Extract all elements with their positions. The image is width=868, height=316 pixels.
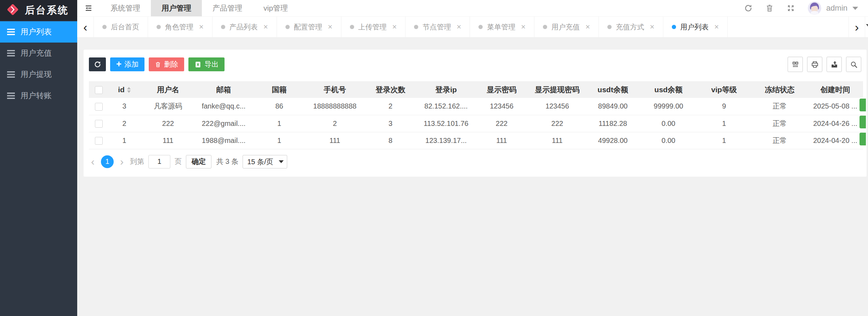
tab-dot [102,25,107,29]
goto-label: 到第 [130,157,144,166]
cell-vip-level: 9 [696,98,752,115]
tab-product-list[interactable]: 产品列表 × [212,17,277,37]
close-icon[interactable]: × [328,22,333,32]
select-all-checkbox[interactable] [95,86,103,94]
pagination: ‹ 1 › 到第 页 确定 共 3 条 15 条/页 [89,155,867,168]
app-title: 后台系统 [25,4,69,17]
tab-user-recharge[interactable]: 用户充值 × [534,17,598,37]
close-icon[interactable]: × [650,22,654,32]
tab-dot [350,25,354,29]
tab-dot [607,25,612,29]
column-header-created-at: 创建时间 [807,81,863,98]
chevron-down-icon [852,7,858,13]
topnav-system[interactable]: 系统管理 [100,0,151,16]
add-button[interactable]: + 添加 [110,57,144,71]
sidebar-item-user-recharge[interactable]: 用户充值 [0,43,77,64]
cell-freeze-status: 正常 [752,132,807,149]
sidebar-item-label: 用户充值 [21,48,52,59]
tabs-more-button[interactable] [865,17,868,37]
topnav-product[interactable]: 产品管理 [202,0,253,16]
sidebar-item-user-list[interactable]: 用户列表 [0,21,77,43]
row-checkbox[interactable] [95,137,103,145]
tab-dot [414,25,418,29]
close-icon[interactable]: × [263,22,268,32]
list-icon [7,93,15,99]
cell-password: 222 [474,115,529,132]
total-count-label: 共 3 条 [216,157,238,166]
column-header-email: 邮箱 [196,81,251,98]
tabs-scroll-left-button[interactable]: ‹ [77,17,93,37]
export-button[interactable]: 导出 [188,57,225,71]
plus-icon: + [116,59,121,68]
cell-usdt-balance: 49928.00 [585,132,641,149]
sort-icon [127,87,131,93]
topnav-vip[interactable]: vip管理 [253,0,299,16]
cell-withdraw-password: 111 [529,132,585,149]
close-icon[interactable]: × [714,22,719,32]
per-page-select-wrap: 15 条/页 [243,155,287,168]
tab-dot [478,25,483,29]
tab-user-list[interactable]: 用户列表 × [663,17,727,37]
user-menu[interactable]: admin [808,1,858,15]
export-file-button[interactable] [827,57,842,72]
tab-config-manage[interactable]: 配置管理 × [277,17,341,37]
avatar [808,1,821,15]
column-header-id[interactable]: id [108,81,140,98]
prev-page-button[interactable]: ‹ [89,156,97,167]
sidebar-item-label: 用户转账 [21,90,52,101]
tab-menu-manage[interactable]: 菜单管理 × [470,17,534,37]
row-edit-button[interactable] [860,116,866,128]
cell-login-count: 2 [363,98,418,115]
confirm-page-button[interactable]: 确定 [186,155,211,168]
top-bar: 系统管理 用户管理 产品管理 vip管理 [77,0,868,17]
trash-icon[interactable] [765,4,774,12]
cell-password: 123456 [474,98,529,115]
close-icon[interactable]: × [456,22,461,32]
tab-upload-manage[interactable]: 上传管理 × [341,17,405,37]
close-icon[interactable]: × [521,22,526,32]
per-page-select[interactable]: 15 条/页 [243,155,287,168]
column-header-freeze-status: 冻结状态 [752,81,807,98]
cell-email: fanke@qq.c... [196,98,251,115]
fullscreen-icon[interactable] [787,4,795,12]
app-logo: 后台系统 [0,0,77,21]
chevron-down-icon [866,24,868,30]
search-button[interactable] [846,57,861,72]
columns-filter-button[interactable] [788,57,803,72]
delete-button[interactable]: 删除 [149,57,184,71]
row-edit-button[interactable] [860,99,866,111]
sidebar-item-label: 用户列表 [21,27,52,37]
close-icon[interactable]: × [585,22,590,32]
cell-freeze-status: 正常 [752,98,807,115]
sidebar-item-user-transfer[interactable]: 用户转账 [0,85,77,106]
collapse-sidebar-button[interactable] [77,0,100,16]
table-tools [788,57,861,72]
topbar-actions: admin [744,0,868,16]
print-button[interactable] [807,57,822,72]
refresh-icon[interactable] [744,4,753,12]
current-page-button[interactable]: 1 [101,155,114,168]
next-page-button[interactable]: › [118,156,126,167]
cell-usd-balance: 99999.00 [641,98,696,115]
close-icon[interactable]: × [392,22,397,32]
close-icon[interactable]: × [199,22,204,32]
cell-id: 2 [108,115,140,132]
sidebar-item-user-withdraw[interactable]: 用户提现 [0,64,77,85]
excel-file-icon [194,61,202,68]
printer-icon [811,61,819,68]
list-icon [7,29,15,35]
column-header-username: 用户名 [140,81,196,98]
tab-node-manage[interactable]: 节点管理 × [405,17,470,37]
user-table: id 用户名 邮箱 国籍 手机号 登录次数 登录ip 显示密码 显示提现密码 u… [89,81,863,149]
refresh-table-button[interactable] [89,57,106,71]
row-checkbox[interactable] [95,103,103,111]
row-edit-button[interactable] [860,133,866,145]
tabs-scroll-right-button[interactable]: › [849,17,865,37]
tab-role-manage[interactable]: 角色管理 × [148,17,212,37]
tab-recharge-method[interactable]: 充值方式 × [598,17,663,37]
export-icon [830,61,838,68]
tab-home[interactable]: 后台首页 [93,17,148,37]
row-checkbox[interactable] [95,120,103,128]
topnav-user[interactable]: 用户管理 [151,0,202,16]
goto-page-input[interactable] [148,155,170,168]
